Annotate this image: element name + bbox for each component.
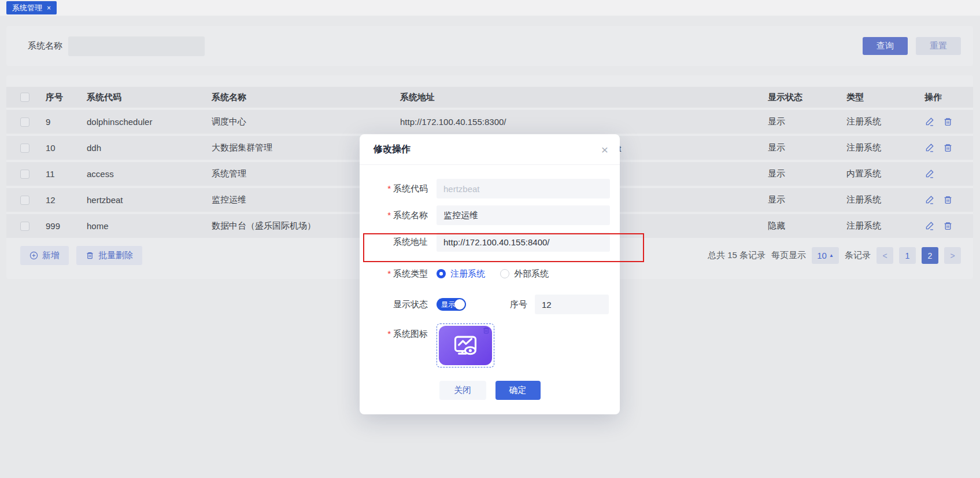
radio-registered-system[interactable]: 注册系统 [437,269,485,280]
close-button[interactable]: 关闭 [439,381,486,400]
required-mark: * [387,210,391,220]
row-checkbox[interactable] [20,144,29,153]
delete-row-button[interactable] [943,117,953,127]
trash-icon [943,221,953,231]
header-type: 类型 [846,92,924,103]
confirm-button[interactable]: 确定 [495,381,541,400]
header-seq: 序号 [46,92,87,103]
seq-input[interactable] [535,295,609,314]
reset-button[interactable]: 重置 [916,37,961,55]
caret-up-icon: ▲ [829,253,834,258]
form-row-display-status: 显示状态 显示 序号 [360,295,620,314]
page-2-button[interactable]: 2 [922,247,938,264]
next-page-button[interactable]: > [944,247,961,264]
pencil-icon [924,169,934,179]
system-name-input[interactable] [68,36,205,56]
delete-row-button[interactable] [943,195,953,205]
cell-code: ddh [87,143,212,153]
row-checkbox[interactable] [20,222,29,231]
pencil-icon [924,143,934,153]
tab-system-management[interactable]: 系统管理 × [6,1,57,14]
edit-row-button[interactable] [924,195,934,205]
cell-code: home [87,221,212,231]
row-checkbox[interactable] [20,196,29,205]
add-button[interactable]: 新增 [20,246,69,265]
cell-code: access [87,169,212,179]
header-code: 系统代码 [87,92,212,103]
row-checkbox[interactable] [20,170,29,179]
required-mark: * [387,329,391,339]
required-mark: * [387,269,391,278]
table-header-row: 序号 系统代码 系统名称 系统地址 显示状态 类型 操作 [6,87,973,108]
code-input[interactable] [437,179,610,198]
name-input[interactable] [437,205,610,225]
trash-icon [943,143,953,153]
table-row: 9 dolphinscheduler 调度中心 http://172.100.4… [6,110,973,134]
form-row-icon: *系统图标 [360,323,620,367]
modal-body: *系统代码 *系统名称 系统地址 *系统类型 注册系统 外部系统 [360,165,620,400]
system-icon-upload[interactable] [437,323,494,367]
header-actions: 操作 [924,92,973,103]
select-all-checkbox[interactable] [20,93,29,102]
pencil-icon [924,195,934,205]
modal-header: 修改操作 × [360,134,620,165]
display-status-label: 显示状态 [393,299,428,309]
row-checkbox[interactable] [20,117,29,127]
seq-label: 序号 [494,299,527,310]
cell-type: 注册系统 [846,220,924,231]
delete-row-button[interactable] [943,143,953,153]
tab-bar: 系统管理 × [0,0,980,16]
header-address: 系统地址 [400,92,768,103]
edit-row-button[interactable] [924,117,934,127]
cell-name: 调度中心 [212,116,400,127]
cell-type: 注册系统 [846,142,924,153]
pencil-icon [924,117,934,127]
edit-row-button[interactable] [924,143,934,153]
radio-selected-icon [437,269,446,278]
cell-code: dolphinscheduler [87,117,212,127]
total-records-text: 总共 15 条记录 [708,250,765,261]
address-input[interactable] [437,232,610,252]
records-unit-label: 条记录 [845,250,871,261]
query-button[interactable]: 查询 [863,37,908,55]
edit-row-button[interactable] [924,221,934,231]
header-name: 系统名称 [212,92,400,103]
cell-seq: 11 [46,169,87,179]
trash-icon [943,117,953,127]
pagination: 总共 15 条记录 每页显示 10 ▲ 条记录 < 1 2 > [708,247,961,264]
modal-close-icon[interactable]: × [601,144,608,156]
cell-type: 注册系统 [846,194,924,205]
page-1-button[interactable]: 1 [899,247,916,264]
pencil-icon [924,221,934,231]
system-name-label: 系统名称 [28,41,62,52]
cell-seq: 12 [46,195,87,205]
page-size-select[interactable]: 10 ▲ [812,247,839,264]
cell-type: 内置系统 [846,168,924,179]
batch-delete-button[interactable]: 批量删除 [76,246,142,265]
filter-panel: 系统名称 查询 重置 [6,26,973,66]
cell-status: 显示 [768,194,846,205]
cell-type: 注册系统 [846,116,924,127]
tab-label: 系统管理 [12,3,42,13]
trash-icon [943,195,953,205]
form-row-address: 系统地址 [360,232,620,252]
code-label: 系统代码 [393,183,428,193]
radio-external-system[interactable]: 外部系统 [500,269,549,280]
system-icon-label: 系统图标 [393,329,428,339]
prev-page-button[interactable]: < [877,247,893,264]
edit-row-button[interactable] [924,169,934,179]
tab-close-icon[interactable]: × [47,5,51,12]
cell-seq: 9 [46,117,87,127]
form-row-name: *系统名称 [360,205,620,225]
cell-seq: 999 [46,221,87,231]
cell-status: 显示 [768,116,846,127]
cell-address: http://172.100.40.155:8300/ [400,117,768,127]
radio-unselected-icon [500,269,509,278]
toggle-knob [454,299,465,310]
type-label: 系统类型 [393,269,428,278]
remove-icon-trash-icon[interactable] [482,326,490,334]
delete-row-button[interactable] [943,221,953,231]
cell-status: 显示 [768,142,846,153]
cell-status: 显示 [768,168,846,179]
display-status-toggle[interactable]: 显示 [437,298,466,311]
